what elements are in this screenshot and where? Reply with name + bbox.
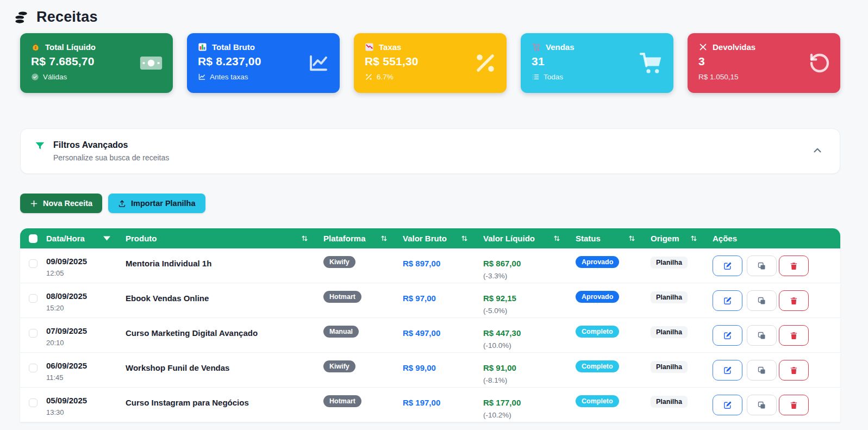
platform-badge: Kiwify xyxy=(323,256,355,268)
sort-icon xyxy=(553,235,560,242)
card-label: Taxas xyxy=(379,42,401,52)
row-net-value: R$ 867,00 xyxy=(483,257,576,268)
row-gross-value: R$ 497,00 xyxy=(403,318,483,352)
origin-badge: Planilha xyxy=(651,326,688,338)
delete-button[interactable] xyxy=(779,255,809,276)
row-net-value: R$ 177,00 xyxy=(483,396,576,407)
copy-button[interactable] xyxy=(747,360,777,381)
column-header-plataforma[interactable]: Plataforma xyxy=(323,234,403,243)
row-net-pct: (-3.3%) xyxy=(483,272,576,280)
card-label: Vendas xyxy=(546,42,574,52)
sort-icon xyxy=(380,235,388,242)
edit-icon xyxy=(723,401,732,410)
row-checkbox[interactable] xyxy=(29,364,38,372)
row-checkbox[interactable] xyxy=(29,329,38,338)
delete-button[interactable] xyxy=(779,360,809,381)
card-taxas[interactable]: Taxas R$ 551,30 6.7% xyxy=(354,33,507,93)
copy-button[interactable] xyxy=(747,325,777,346)
column-header-produto[interactable]: Produto xyxy=(126,234,323,243)
edit-button[interactable] xyxy=(713,395,742,415)
percent-icon xyxy=(365,73,373,81)
toolbar: Nova Receita Importar Planilha xyxy=(20,194,848,213)
column-header-valor-bruto[interactable]: Valor Bruto xyxy=(403,234,483,243)
trash-icon xyxy=(789,331,798,340)
edit-button[interactable] xyxy=(713,360,742,381)
trash-icon xyxy=(789,401,798,410)
row-net-value: R$ 91,00 xyxy=(483,361,576,372)
edit-button[interactable] xyxy=(713,290,742,311)
card-subtext: 6.7% xyxy=(377,73,394,81)
copy-icon xyxy=(757,296,766,306)
trash-icon xyxy=(789,366,798,375)
delete-button[interactable] xyxy=(779,290,809,311)
row-checkbox[interactable] xyxy=(29,294,38,303)
status-badge: Completo xyxy=(576,326,619,338)
row-gross-value: R$ 99,00 xyxy=(403,353,483,387)
x-icon xyxy=(698,42,708,52)
summary-cards: Total Líquido R$ 7.685,70 Válidas xyxy=(20,33,840,93)
sort-icon xyxy=(628,235,635,242)
column-header-valor-liquido[interactable]: Valor Líquido xyxy=(483,234,576,243)
card-vendas[interactable]: Vendas 31 Todas xyxy=(521,33,673,93)
row-checkbox[interactable] xyxy=(29,259,38,268)
trash-icon xyxy=(789,296,798,306)
origin-badge: Planilha xyxy=(651,396,688,408)
filters-panel: Filtros Avançados Personalize sua busca … xyxy=(20,128,840,174)
delete-button[interactable] xyxy=(779,325,809,346)
copy-button[interactable] xyxy=(747,395,777,415)
card-total-liquido[interactable]: Total Líquido R$ 7.685,70 Válidas xyxy=(20,33,173,93)
delete-button[interactable] xyxy=(779,395,809,415)
copy-button[interactable] xyxy=(747,255,777,276)
upload-icon xyxy=(118,200,126,208)
row-net-value: R$ 92,15 xyxy=(483,291,576,303)
nova-receita-button[interactable]: Nova Receita xyxy=(20,194,102,213)
filters-collapse-button[interactable] xyxy=(809,143,826,159)
status-badge: Completo xyxy=(576,395,619,407)
row-net-pct: (-5.0%) xyxy=(483,307,576,315)
select-all-checkbox[interactable] xyxy=(29,234,38,243)
copy-icon xyxy=(757,331,766,340)
rotate-ccw-icon xyxy=(809,52,830,74)
status-badge: Aprovado xyxy=(576,256,619,268)
status-badge: Aprovado xyxy=(576,291,619,303)
edit-icon xyxy=(723,331,732,340)
row-date: 08/09/2025 xyxy=(46,291,126,301)
importar-planilha-button[interactable]: Importar Planilha xyxy=(108,194,205,213)
copy-icon xyxy=(757,261,766,271)
row-gross-value: R$ 197,00 xyxy=(403,388,483,422)
row-checkbox[interactable] xyxy=(29,398,38,407)
column-header-data-hora[interactable]: Data/Hora xyxy=(46,234,126,243)
origin-badge: Planilha xyxy=(651,361,688,373)
table-row: 08/09/202515:20 Ebook Vendas Online Hotm… xyxy=(20,283,840,318)
card-subtext: Antes taxas xyxy=(210,73,248,81)
row-time: 20:10 xyxy=(46,339,126,347)
card-devolvidas[interactable]: Devolvidas 3 R$ 1.050,15 xyxy=(688,33,840,93)
row-net-pct: (-10.2%) xyxy=(483,411,576,419)
row-product: Mentoria Individual 1h xyxy=(126,248,323,283)
card-total-bruto[interactable]: Total Bruto R$ 8.237,00 Antes taxas xyxy=(187,33,340,93)
row-net-pct: (-8.1%) xyxy=(483,376,576,384)
receitas-table: Data/Hora Produto Plataforma Valor Bruto… xyxy=(20,228,840,422)
column-header-status[interactable]: Status xyxy=(576,234,651,243)
column-header-origem[interactable]: Origem xyxy=(651,234,713,243)
plus-icon xyxy=(30,200,38,208)
copy-icon xyxy=(757,366,766,375)
nova-receita-label: Nova Receita xyxy=(43,199,92,208)
edit-button[interactable] xyxy=(713,325,742,346)
row-product: Ebook Vendas Online xyxy=(126,283,323,317)
row-date: 05/09/2025 xyxy=(46,396,126,405)
trash-icon xyxy=(789,261,798,271)
row-gross-value: R$ 897,00 xyxy=(403,248,483,283)
platform-badge: Manual xyxy=(323,326,359,338)
card-label: Total Bruto xyxy=(212,42,255,52)
copy-button[interactable] xyxy=(747,290,777,311)
row-time: 11:45 xyxy=(46,373,126,382)
edit-button[interactable] xyxy=(713,255,742,276)
page-title: Receitas xyxy=(36,9,98,26)
banknote-icon xyxy=(139,54,163,72)
origin-badge: Planilha xyxy=(651,291,688,303)
page-header: Receitas xyxy=(0,0,868,26)
row-product: Workshop Funil de Vendas xyxy=(126,353,323,387)
row-gross-value: R$ 97,00 xyxy=(403,283,483,317)
sort-icon xyxy=(461,235,468,242)
